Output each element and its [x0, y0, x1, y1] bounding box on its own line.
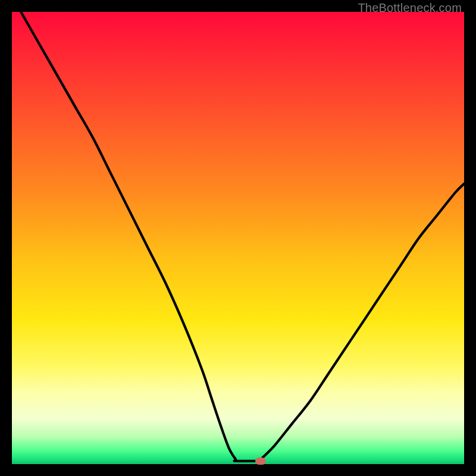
plot-area	[12, 12, 464, 464]
optimal-point-marker	[255, 458, 266, 465]
curve-svg	[12, 12, 464, 464]
chart-frame: TheBottleneck.com	[0, 0, 476, 476]
bottleneck-curve	[21, 12, 464, 461]
